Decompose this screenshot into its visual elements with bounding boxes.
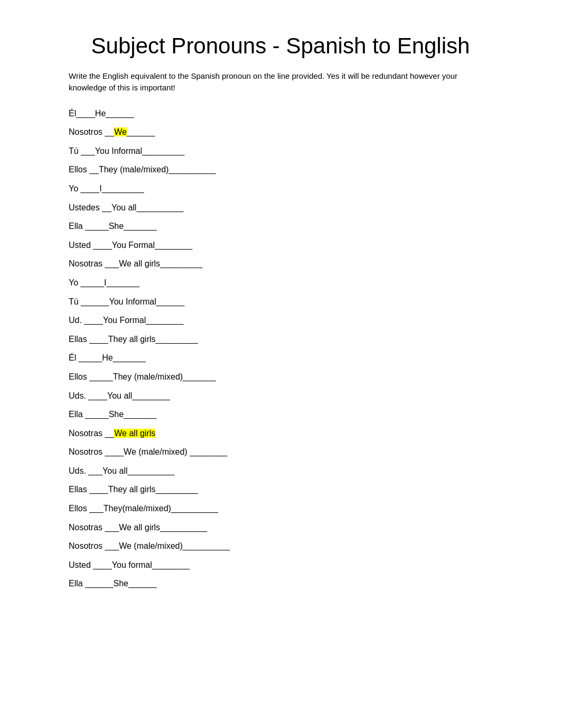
answer-blank: __________: [171, 504, 218, 513]
spanish-pronoun: Tú: [69, 297, 79, 306]
spanish-pronoun: Ellos: [69, 372, 87, 381]
english-answer: You Formal: [112, 241, 155, 250]
gap: __: [102, 429, 114, 438]
list-item: Él _____He_______: [69, 351, 492, 365]
list-item: Yo _____I_______: [69, 276, 492, 290]
english-answer: She: [109, 410, 124, 419]
answer-blank: ______: [127, 127, 155, 136]
english-answer: We all girls: [119, 523, 160, 532]
answer-blank: __________: [136, 203, 183, 212]
english-answer: They all girls: [108, 485, 156, 494]
gap: ____: [78, 184, 99, 193]
list-item: Ellos ___They(male/mixed)__________: [69, 502, 492, 515]
gap: ___: [102, 259, 119, 268]
gap: ______: [79, 297, 109, 306]
list-item: Ellas ____They all girls_________: [69, 333, 492, 346]
answer-blank: _________: [156, 335, 198, 344]
list-item: Nosotras ___We all girls__________: [69, 521, 492, 535]
gap: ____: [87, 335, 108, 344]
gap: ______: [83, 579, 114, 588]
english-answer: You all: [111, 203, 136, 212]
gap: ____: [86, 391, 107, 400]
spanish-pronoun: Ella: [69, 579, 83, 588]
list-item: Ellos _____They (male/mixed)_______: [69, 370, 492, 384]
answer-blank: _______: [113, 353, 146, 362]
list-item: Ella ______She______: [69, 577, 492, 591]
gap: ____: [102, 447, 124, 456]
answer-blank: _______: [183, 372, 216, 381]
list-item: Nosotras __We all girls: [69, 427, 492, 440]
spanish-pronoun: Ellos: [69, 504, 87, 513]
answer-blank: __________: [169, 165, 216, 174]
spanish-pronoun: Ella: [69, 410, 83, 419]
spanish-pronoun: Yo: [69, 278, 78, 287]
item-list: Él____He______Nosotros __We______Tú ___Y…: [69, 107, 492, 591]
answer-blank: __________: [128, 466, 175, 475]
gap: _____: [76, 353, 102, 362]
english-answer: We (male/mixed): [119, 541, 183, 550]
gap: ____: [82, 316, 103, 325]
spanish-pronoun: Ellas: [69, 485, 87, 494]
list-item: Tú ___You Informal_________: [69, 144, 492, 158]
spanish-pronoun: Nosotros: [69, 541, 102, 550]
spanish-pronoun: Ellos: [69, 165, 87, 174]
english-answer: She: [114, 579, 128, 588]
spanish-pronoun: Uds.: [69, 466, 86, 475]
list-item: Usted ____You Formal________: [69, 238, 492, 252]
gap: ___: [86, 466, 102, 475]
english-answer: You all: [102, 466, 127, 475]
answer-blank: ________: [155, 241, 192, 250]
gap: ___: [79, 146, 95, 155]
gap: __: [100, 203, 111, 212]
spanish-pronoun: Nosotras: [69, 259, 102, 268]
answer-blank: _________: [160, 259, 202, 268]
answer-blank: _________: [156, 485, 198, 494]
list-item: Nosotros __We______: [69, 125, 492, 139]
gap: _____: [83, 410, 109, 419]
english-answer: He: [95, 109, 106, 118]
english-answer: You Informal: [109, 297, 156, 306]
list-item: Él____He______: [69, 107, 492, 121]
list-item: Ud. ____You Formal________: [69, 314, 492, 327]
spanish-pronoun: Nosotros: [69, 127, 102, 136]
list-item: Uds. ____You all________: [69, 389, 492, 403]
english-answer: We all girls: [119, 259, 160, 268]
gap: ___: [87, 504, 104, 513]
spanish-pronoun: Nosotros: [69, 447, 102, 456]
answer-blank: _______: [107, 278, 139, 287]
gap: ____: [91, 241, 112, 250]
answer-blank: ______: [128, 579, 156, 588]
list-item: Nosotras ___We all girls_________: [69, 257, 492, 271]
gap: ____: [87, 485, 108, 494]
spanish-pronoun: Yo: [69, 184, 78, 193]
answer-blank: ______: [156, 297, 184, 306]
english-answer: We (male/mixed): [124, 447, 188, 456]
english-answer: He: [102, 353, 113, 362]
gap: ____: [76, 109, 95, 118]
spanish-pronoun: Uds.: [69, 391, 86, 400]
answer-blank: _______: [124, 410, 156, 419]
english-answer: They (male/mixed): [99, 165, 169, 174]
english-answer: You Formal: [103, 316, 146, 325]
spanish-pronoun: Usted: [69, 241, 91, 250]
list-item: Uds. ___You all__________: [69, 464, 492, 478]
instructions: Write the English equivalent to the Span…: [69, 70, 492, 94]
spanish-pronoun: Ustedes: [69, 203, 100, 212]
gap: __: [102, 127, 114, 136]
spanish-pronoun: Nosotras: [69, 523, 102, 532]
english-answer: You formal: [112, 560, 152, 569]
list-item: Ella _____She_______: [69, 408, 492, 421]
list-item: Ella _____She_______: [69, 219, 492, 233]
page-title: Subject Pronouns - Spanish to English: [69, 32, 492, 61]
spanish-pronoun: Tú: [69, 146, 79, 155]
list-item: Ellos __They (male/mixed)__________: [69, 163, 492, 177]
gap: _____: [83, 222, 109, 231]
answer-blank: ________: [146, 316, 183, 325]
spanish-pronoun: Usted: [69, 560, 91, 569]
spanish-pronoun: Él: [69, 109, 76, 118]
english-answer: You all: [107, 391, 132, 400]
english-answer: She: [109, 222, 124, 231]
answer-blank: ________: [132, 391, 170, 400]
english-answer: We all girls: [114, 429, 155, 438]
spanish-pronoun: Ella: [69, 222, 83, 231]
